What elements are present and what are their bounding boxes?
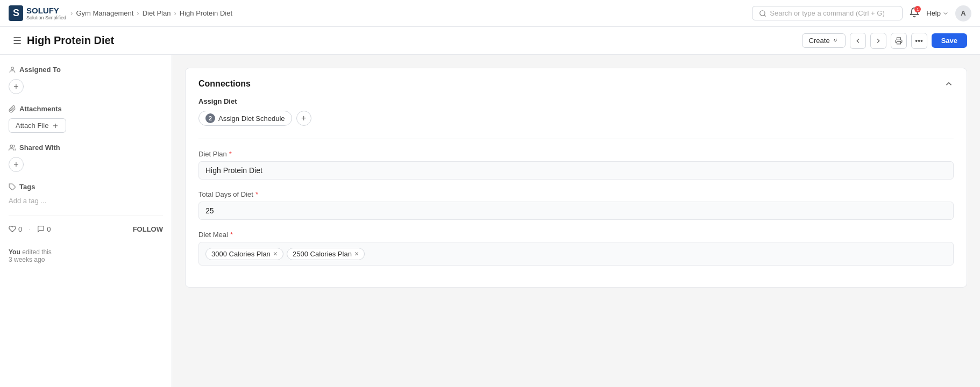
ellipsis-icon: ••• xyxy=(915,37,923,45)
diet-plan-input[interactable] xyxy=(198,161,954,180)
total-days-label: Total Days of Diet * xyxy=(198,190,954,198)
diet-meal-label: Diet Meal * xyxy=(198,231,954,239)
attachments-title: Attachments xyxy=(9,105,163,113)
collapse-icon[interactable] xyxy=(944,79,954,89)
diet-meal-group: Diet Meal * 3000 Calories Plan × 2500 Ca… xyxy=(198,231,954,266)
top-nav: S SOLUFY Solution Simplified › Gym Manag… xyxy=(0,0,980,27)
edit-time: 3 weeks ago xyxy=(9,256,45,263)
total-days-required: * xyxy=(255,190,258,198)
likes-count: 0 xyxy=(18,225,22,233)
main-layout: Assigned To + Attachments Attach File Sh… xyxy=(0,55,980,387)
diet-meal-input[interactable]: 3000 Calories Plan × 2500 Calories Plan … xyxy=(198,242,954,266)
help-label: Help xyxy=(926,9,941,17)
tag-label-1: 2500 Calories Plan xyxy=(293,250,352,258)
tag-chip-1: 2500 Calories Plan × xyxy=(287,248,365,260)
add-shared-button[interactable]: + xyxy=(9,157,24,172)
assign-diet-chip[interactable]: 2 Assign Diet Schedule xyxy=(198,111,292,126)
shared-with-title: Shared With xyxy=(9,144,163,152)
comments-item: 0 xyxy=(37,225,51,233)
total-days-input[interactable] xyxy=(198,202,954,220)
nav-right: Search or type a command (Ctrl + G) 1 He… xyxy=(752,5,971,22)
edit-info: You edited this 3 weeks ago xyxy=(9,248,163,263)
printer-icon xyxy=(895,37,903,45)
tags-section: Tags Add a tag ... xyxy=(9,183,163,205)
add-assign-diet-button[interactable]: + xyxy=(296,111,311,126)
add-assignee-button[interactable]: + xyxy=(9,79,24,94)
shared-with-section: Shared With + xyxy=(9,144,163,172)
help-button[interactable]: Help xyxy=(926,9,949,17)
breadcrumb-diet-plan[interactable]: Diet Plan xyxy=(143,9,171,17)
assign-diet-label: Assign Diet xyxy=(198,97,954,105)
edit-user: You xyxy=(9,248,20,256)
logo-text: SOLUFY Solution Simplified xyxy=(26,6,66,20)
page-title-area: ☰ High Protein Diet xyxy=(13,34,114,47)
divider xyxy=(198,139,954,139)
avatar[interactable]: A xyxy=(955,5,971,22)
chip-label: Assign Diet Schedule xyxy=(218,114,285,123)
edit-action: edited this xyxy=(22,248,52,256)
sidebar: Assigned To + Attachments Attach File Sh… xyxy=(0,55,172,387)
print-button[interactable] xyxy=(891,33,907,49)
likes-item: 0 xyxy=(9,225,22,233)
attach-file-button[interactable]: Attach File xyxy=(9,118,66,133)
save-button[interactable]: Save xyxy=(932,33,967,48)
header-actions: Create ••• Save xyxy=(802,33,967,49)
assign-diet-row: 2 Assign Diet Schedule + xyxy=(198,111,954,126)
chevron-down-icon xyxy=(942,10,949,17)
attachments-label: Attachments xyxy=(19,105,62,113)
attach-file-label: Attach File xyxy=(16,121,48,130)
create-label: Create xyxy=(809,37,830,45)
page-title: High Protein Diet xyxy=(27,34,114,47)
diet-plan-required: * xyxy=(229,150,232,158)
social-row: 0 · 0 FOLLOW xyxy=(9,216,163,242)
notification-button[interactable]: 1 xyxy=(909,7,920,19)
shared-with-label: Shared With xyxy=(19,144,60,152)
logo: S SOLUFY Solution Simplified xyxy=(9,5,66,21)
nav-left: S SOLUFY Solution Simplified › Gym Manag… xyxy=(9,5,232,21)
search-placeholder: Search or type a command (Ctrl + G) xyxy=(770,9,885,17)
page-header: ☰ High Protein Diet Create ••• Save xyxy=(0,27,980,55)
tags-label: Tags xyxy=(19,183,35,191)
notification-badge: 1 xyxy=(914,6,921,12)
tag-remove-0[interactable]: × xyxy=(273,250,278,257)
create-button[interactable]: Create xyxy=(802,33,846,48)
svg-line-1 xyxy=(764,15,766,16)
search-icon xyxy=(759,10,766,17)
tag-chip-0: 3000 Calories Plan × xyxy=(205,248,283,260)
nav-forward-button[interactable] xyxy=(870,33,886,49)
tags-title: Tags xyxy=(9,183,163,191)
svg-rect-2 xyxy=(897,41,900,44)
follow-button[interactable]: FOLLOW xyxy=(133,225,163,233)
assign-diet-section: Assign Diet 2 Assign Diet Schedule + xyxy=(198,97,954,126)
connections-card: Connections Assign Diet 2 Assign Diet Sc… xyxy=(185,68,967,288)
tag-icon xyxy=(9,183,16,191)
nav-back-button[interactable] xyxy=(850,33,866,49)
svg-point-6 xyxy=(10,145,13,147)
diet-plan-label: Diet Plan * xyxy=(198,150,954,158)
form-section: Diet Plan * Total Days of Diet * xyxy=(198,150,954,266)
breadcrumb-gym[interactable]: Gym Management xyxy=(76,9,133,17)
breadcrumb: › Gym Management › Diet Plan › High Prot… xyxy=(70,9,232,17)
logo-name: SOLUFY xyxy=(26,6,66,15)
menu-icon[interactable]: ☰ xyxy=(13,35,22,47)
comment-icon xyxy=(37,225,45,233)
more-options-button[interactable]: ••• xyxy=(911,33,927,49)
chevron-right-icon xyxy=(875,37,882,45)
paperclip-icon xyxy=(9,105,16,113)
svg-point-3 xyxy=(11,67,14,69)
assigned-to-label: Assigned To xyxy=(19,66,61,74)
heart-icon xyxy=(9,225,16,233)
logo-box: S xyxy=(9,5,23,21)
chevron-left-icon xyxy=(854,37,862,45)
connections-title: Connections xyxy=(198,79,251,89)
breadcrumb-current: High Protein Diet xyxy=(180,9,232,17)
add-tag-input[interactable]: Add a tag ... xyxy=(9,197,46,205)
tag-remove-1[interactable]: × xyxy=(354,250,359,257)
search-box[interactable]: Search or type a command (Ctrl + G) xyxy=(752,6,903,20)
attachments-section: Attachments Attach File xyxy=(9,105,163,133)
create-chevron-icon xyxy=(832,38,839,44)
connections-header: Connections xyxy=(198,79,954,89)
total-days-group: Total Days of Diet * xyxy=(198,190,954,220)
chip-badge: 2 xyxy=(205,113,215,123)
comments-count: 0 xyxy=(47,225,51,233)
